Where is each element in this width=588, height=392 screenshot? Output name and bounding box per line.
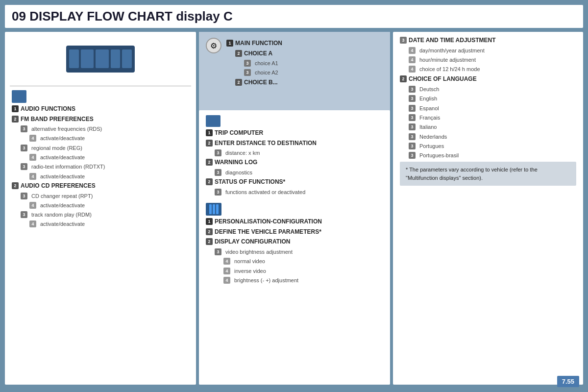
distance-label: distance: x km — [223, 149, 260, 156]
main-function-label: MAIN FUNCTION — [235, 40, 282, 48]
list-item: 3 track random play (RDM) — [12, 211, 189, 218]
settings-icon: ⚙ — [206, 38, 221, 53]
list-item: 3 diagnostics — [206, 169, 383, 176]
list-item: 2 CHOICE B... — [226, 79, 282, 87]
francais-label: Français — [417, 114, 440, 121]
page-number: 7.55 — [557, 376, 579, 387]
brightness-adjustment-label: brightness (- +) adjustment — [232, 277, 298, 284]
note-box: * The parameters vary according to vehic… — [400, 162, 576, 186]
personal-heading-row: 1 PERSONALISATION-CONFIGURATION — [206, 218, 383, 226]
inverse-video-label: inverse video — [232, 268, 266, 274]
badge-t3c: 3 — [215, 189, 221, 196]
device-btn-5 — [122, 49, 132, 68]
badge-4b: 4 — [29, 154, 36, 161]
badge-2b: 2 — [12, 182, 19, 189]
list-item: 3 choice A2 — [226, 69, 282, 76]
date-time-row: 3 date and time adjustment — [400, 37, 576, 45]
list-item: 3 English — [400, 95, 576, 102]
language-heading: CHOICE OF LANGUAGE — [409, 75, 477, 83]
badge-1: 1 — [12, 105, 19, 112]
badge-lang2: 2 — [400, 75, 407, 82]
list-item: 2 DEFINE THE VEHICLE PARAMETERS* — [206, 228, 383, 236]
list-item: 4 brightness (- +) adjustment — [206, 277, 383, 284]
list-item: 4 hour/minute adjustment — [400, 56, 576, 63]
activate-2: activate/deactivate — [38, 154, 85, 161]
hour-minute-label: hour/minute adjustment — [417, 56, 476, 63]
list-item: 2 ENTER DISTANCE TO DESTINATION — [206, 140, 383, 147]
deutsch-label: Deutsch — [417, 86, 439, 93]
device-image — [66, 46, 135, 73]
person-bar-3 — [216, 204, 219, 214]
badge-r4a: 4 — [409, 47, 416, 54]
badge-3e: 3 — [21, 211, 27, 218]
badge-p1: 1 — [206, 218, 213, 225]
personal-icon-row — [206, 203, 383, 216]
main-func-items: 1 MAIN FUNCTION 2 CHOICE A 3 choice A1 3… — [221, 38, 282, 89]
page-title: 09 DISPLAY FLOW CHART display C — [5, 5, 583, 28]
badge-2: 2 — [12, 116, 19, 122]
badge-m2: 2 — [235, 50, 242, 57]
badge-lang3h: 3 — [409, 152, 416, 159]
list-item: 2 FM BAND PREFERENCES — [12, 116, 189, 123]
badge-4c: 4 — [29, 173, 36, 180]
badge-t2c: 2 — [206, 178, 213, 185]
device-btn-1 — [69, 49, 79, 68]
middle-bottom-box: 1 TRIP COMPUTER 2 ENTER DISTANCE TO DEST… — [199, 110, 390, 385]
badge-t2b: 2 — [206, 159, 213, 166]
badge-m2b: 2 — [235, 79, 242, 86]
choice-a-label: CHOICE A — [244, 50, 272, 58]
diagnostics-label: diagnostics — [223, 169, 252, 176]
badge-lang3c: 3 — [409, 105, 416, 112]
trip-computer-heading: TRIP COMPUTER — [215, 129, 263, 137]
audio-section: 1 AUDIO FUNCTIONS 2 FM BAND PREFERENCES … — [5, 86, 196, 385]
badge-lang3f: 3 — [409, 133, 416, 140]
badge-t3b: 3 — [215, 169, 221, 176]
badge-t1: 1 — [206, 129, 213, 136]
warning-log-label: WARNING LOG — [215, 159, 257, 167]
list-item: 4 activate/deactivate — [12, 220, 189, 227]
left-panel: 1 AUDIO FUNCTIONS 2 FM BAND PREFERENCES … — [5, 32, 196, 385]
list-item: 1 MAIN FUNCTION — [226, 40, 282, 48]
list-item: 3 Français — [400, 114, 576, 121]
english-label: English — [417, 95, 437, 102]
trip-icon — [206, 115, 220, 127]
note-text: * The parameters vary according to vehic… — [406, 167, 538, 181]
hour-mode-label: choice of 12 h/24 h mode — [417, 66, 480, 73]
track-random-label: track random play (RDM) — [29, 211, 92, 218]
badge-p4a: 4 — [223, 258, 230, 265]
badge-p2a: 2 — [206, 228, 213, 235]
badge-3d: 3 — [21, 193, 27, 199]
alt-freq-label: alternative frequencies (RDS) — [29, 125, 102, 132]
person-bar-2 — [213, 204, 215, 214]
badge-r3a: 3 — [400, 37, 407, 44]
badge-lang3e: 3 — [409, 123, 416, 130]
radio-text-label: radio-text information (RDTXT) — [29, 163, 105, 170]
badge-lang3g: 3 — [409, 143, 416, 149]
list-item: 3 Espanol — [400, 105, 576, 112]
portugues-label: Portugues — [417, 143, 444, 149]
cd-changer-label: CD changer repeat (RPT) — [29, 193, 93, 199]
list-item: 3 functions activated or deactivated — [206, 189, 383, 196]
list-item: 3 Portugues-brasil — [400, 152, 576, 159]
personal-heading: PERSONALISATION-CONFIGURATION — [215, 218, 322, 226]
list-item: 4 choice of 12 h/24 h mode — [400, 66, 576, 73]
badge-p2b: 2 — [206, 238, 213, 245]
list-item: 3 radio-text information (RDTXT) — [12, 163, 189, 170]
badge-4d: 4 — [29, 202, 36, 209]
badge-p4b: 4 — [223, 268, 230, 274]
main-func-header: ⚙ 1 MAIN FUNCTION 2 CHOICE A 3 choice A1 — [206, 38, 383, 89]
trip-heading-row: 1 TRIP COMPUTER — [206, 129, 383, 137]
list-item: 3 Portugues — [400, 143, 576, 149]
badge-t2a: 2 — [206, 140, 213, 147]
list-item: 4 activate/deactivate — [12, 135, 189, 142]
list-item: 3 CD changer repeat (RPT) — [12, 193, 189, 199]
choice-b-label: CHOICE B... — [244, 79, 278, 87]
list-item: 4 inverse video — [206, 268, 383, 274]
list-item: 2 WARNING LOG — [206, 159, 383, 167]
list-item: 4 activate/deactivate — [12, 202, 189, 209]
list-item: 3 alternative frequencies (RDS) — [12, 125, 189, 132]
espanol-label: Espanol — [417, 105, 439, 112]
badge-lang3d: 3 — [409, 114, 416, 121]
choice-a2-label: choice A2 — [253, 69, 278, 76]
main-function-box: ⚙ 1 MAIN FUNCTION 2 CHOICE A 3 choice A1 — [199, 32, 390, 110]
